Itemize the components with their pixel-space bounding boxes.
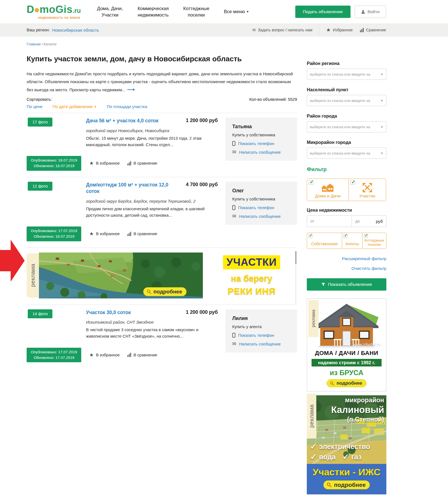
contact-type: Купить у агента — [232, 324, 290, 329]
ad-photo-river-plots[interactable]: подробнее — [39, 253, 203, 298]
sort-by-date[interactable]: По дате добавления▼ — [53, 104, 97, 109]
nav-commercial[interactable]: Коммерческаянедвижимость — [138, 5, 169, 18]
price-filter-label: Цена недвижимости — [307, 208, 386, 213]
listing-price: 4 700 000 руб — [186, 182, 218, 188]
photo-count-badge[interactable]: 14 фото — [28, 309, 52, 318]
person-icon — [361, 10, 365, 14]
star-icon: ★ — [89, 352, 94, 358]
contact-card: Олег Купить у собственника Показать теле… — [226, 182, 297, 225]
magnifier-icon — [147, 289, 152, 294]
listing-title-link[interactable]: Участок 30,0 соток — [86, 309, 178, 316]
ad-more-button[interactable]: подробнее — [143, 287, 187, 296]
listing-location: Искитимский район, СНТ Звездное — [86, 320, 218, 324]
ad-bottom-band: Участки - ИЖС подробнее — [307, 464, 386, 494]
send-message-link[interactable]: ✉ Написать сообщение — [232, 342, 290, 346]
filter-label-city-district: Район города — [307, 114, 386, 119]
ad-label-strip: реклама — [308, 300, 319, 337]
add-favorite-button[interactable]: ★В избранное — [89, 352, 120, 358]
region-link[interactable]: Новосибирская область — [52, 28, 99, 32]
filter-sidebar: Район региона выберите из списка или вве… — [307, 61, 386, 494]
select-city-district[interactable]: выберите из списка или введите на▼ — [307, 121, 386, 132]
seller-cottage-villages-checkbox-card[interactable]: Коттеджные поселки — [362, 233, 386, 249]
show-phone-link[interactable]: Показать телефон — [232, 333, 290, 338]
advanced-filter-link[interactable]: Расширенный фильтр — [307, 256, 386, 261]
check-icon: ✓ — [342, 452, 349, 462]
show-phone-link[interactable]: Показать телефон — [232, 205, 290, 210]
checkbox-checked-icon[interactable] — [364, 234, 368, 238]
show-listings-button[interactable]: Показать объявления — [307, 278, 386, 291]
check-icon: ✓ — [310, 442, 317, 451]
star-icon: ★ — [326, 27, 331, 32]
nav-cottage-villages[interactable]: Коттеджныепоселки — [183, 5, 209, 18]
favorites-link[interactable]: ★ Избранное — [326, 24, 353, 36]
checkbox-checked-icon[interactable] — [350, 180, 355, 185]
compare-link[interactable]: Сравнение — [360, 24, 386, 36]
photo-count-badge[interactable]: 12 фото — [28, 182, 52, 191]
header: D moGis .ru недвижимость на земле Дома, … — [0, 0, 448, 24]
dates-badge: Опубликовано: 17.07.2019 Обновлено: 17.0… — [27, 348, 81, 363]
select-settlement[interactable]: выберите из списка или введите на▼ — [307, 95, 386, 106]
sort-by-price[interactable]: По цене — [27, 104, 43, 109]
star-icon: ★ — [89, 161, 94, 166]
category-houses-checkbox-card[interactable]: Дома и Дачи — [307, 179, 349, 201]
select-microdistrict[interactable]: выберите из списка или введите на▼ — [307, 148, 386, 159]
sort-label: Сортировать: — [27, 97, 52, 102]
chevron-down-icon: ▼ — [380, 125, 383, 128]
login-button[interactable]: Войти — [355, 6, 386, 18]
add-compare-button[interactable]: В сравнение — [127, 161, 157, 165]
breadcrumb-home[interactable]: Главная — [27, 42, 40, 46]
add-compare-button[interactable]: В сравнение — [127, 232, 157, 236]
expand-arrows-icon — [362, 182, 373, 193]
price-from-input[interactable]: от — [307, 216, 352, 227]
bar-chart-icon — [127, 232, 131, 236]
category-plots-checkbox-card[interactable]: Участки — [349, 179, 386, 201]
ad-more-button[interactable]: подробнее — [323, 480, 370, 489]
listing-title-link[interactable]: Дача 56 м² + участок 4,0 соток — [86, 118, 178, 124]
filter-label-settlement: Населенный пункт — [307, 87, 386, 92]
price-unit-label: руб — [376, 219, 383, 224]
listing-title-link[interactable]: Дом/коттедж 100 м² + участок 12,0 соток — [86, 182, 178, 195]
contact-card: Лилия Купить у агента Показать телефон ✉… — [226, 309, 297, 352]
show-phone-link[interactable]: Показать телефон — [232, 141, 290, 146]
add-compare-button[interactable]: В сравнение — [127, 353, 157, 357]
sidebar-ad-timber-houses[interactable]: реклама www.izba54.ru — [307, 298, 386, 391]
site-logo[interactable]: D moGis .ru недвижимость на земле — [27, 4, 81, 20]
checkbox-checked-icon[interactable] — [309, 180, 313, 185]
region-bar: Ваш регион: Новосибирская область ✉ Зада… — [0, 24, 448, 36]
photo-count-badge[interactable]: 17 фото — [28, 118, 52, 127]
breadcrumb: Главная / Каталог — [27, 42, 448, 46]
clear-filter-link[interactable]: Очистить фильтр — [307, 266, 386, 271]
select-region-district[interactable]: выберите из списка или введите на▼ — [307, 69, 386, 80]
listing-description: Продам лично дом классической кирпичной … — [86, 206, 218, 219]
post-ad-button[interactable]: Подать объявление — [295, 6, 350, 18]
timber-house-image — [311, 300, 382, 349]
send-message-link[interactable]: ✉ Написать сообщение — [232, 150, 290, 155]
chevron-down-icon: ▼ — [94, 105, 97, 108]
add-favorite-button[interactable]: ★В избранное — [89, 231, 120, 236]
add-favorite-button[interactable]: ★В избранное — [89, 161, 120, 166]
price-to-input[interactable]: до руб — [352, 216, 386, 227]
inline-ad-banner[interactable]: реклама — [27, 247, 297, 305]
sort-by-area[interactable]: По площади участка — [107, 104, 147, 109]
logo-o-icon — [35, 8, 39, 12]
scrollbar-thumb[interactable] — [295, 251, 296, 264]
contact-type: Купить у собственника — [232, 133, 290, 137]
nav-all-menu[interactable]: Все меню▼ — [224, 8, 249, 15]
divider — [319, 24, 319, 36]
checkbox-checked-icon[interactable] — [343, 234, 347, 238]
checkbox-checked-icon[interactable] — [308, 234, 312, 238]
sidebar-ad-kalinovy-district[interactable]: реклама микрорайон Калиновый (п.Степной)… — [307, 395, 386, 494]
seller-agents-checkbox-card[interactable]: Агенты — [342, 233, 363, 249]
nav-houses-dachas[interactable]: Дома, Дачи,Участки — [97, 5, 123, 18]
seller-owners-checkbox-card[interactable]: Собственники — [307, 233, 342, 249]
ad-more-button[interactable]: подробнее — [327, 379, 366, 387]
ad-frame-scrollbar[interactable] — [295, 251, 297, 304]
ad-slogan[interactable]: УЧАСТКИ на берегу РЕКИ ИНЯ — [216, 253, 287, 298]
read-more-arrow-icon[interactable]: ⟶ — [127, 87, 135, 92]
envelope-icon: ✉ — [252, 28, 256, 32]
listing-row: 12 фото Дом/коттедж 100 м² + участок 12,… — [27, 177, 297, 247]
send-message-link[interactable]: ✉ Написать сообщение — [232, 214, 290, 219]
chevron-down-icon: ▼ — [380, 152, 383, 155]
magnifier-icon — [326, 482, 332, 488]
ask-question-link[interactable]: ✉ Задать вопрос / написать нам — [252, 24, 312, 36]
